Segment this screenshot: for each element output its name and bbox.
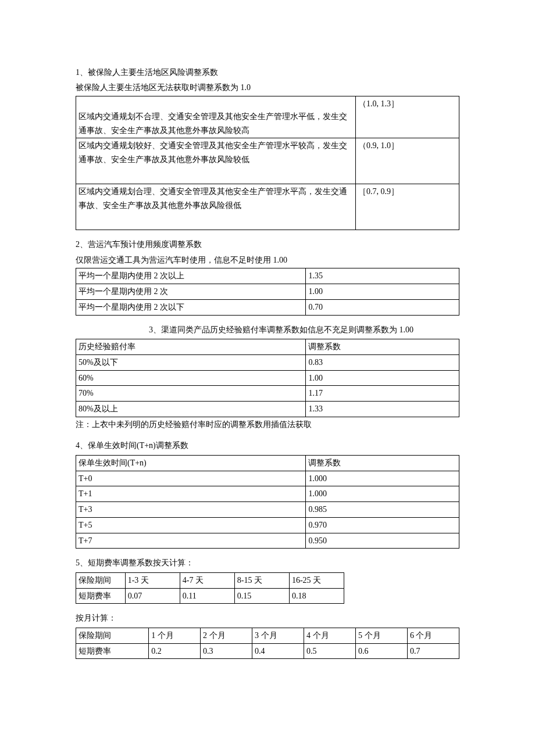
cell-col1: T+3 [76, 502, 306, 518]
cell-col2: 1.00 [306, 370, 459, 386]
cell-col2: 1.000 [306, 471, 459, 486]
header-cell: 5 个月 [356, 628, 408, 643]
cell-value: 0.2 [149, 643, 201, 659]
cell-value: 0.5 [304, 643, 356, 659]
table-region-risk: 区域内交通规划不合理、交通安全管理及其他安全生产管理水平低，发生交通事故、安全生… [76, 96, 459, 231]
cell-col2: 0.970 [306, 517, 459, 533]
cell-desc: 区域内交通规划不合理、交通安全管理及其他安全生产管理水平低，发生交通事故、安全生… [79, 112, 347, 135]
header-cell: 6 个月 [407, 628, 459, 643]
cell-col1: T+7 [76, 533, 306, 549]
section5-title: 5、短期费率调整系数按天计算： [76, 557, 459, 569]
table-row: 保险期间 1-3 天 4-7 天 8-15 天 16-25 天 [76, 572, 344, 588]
header-col2: 调整系数 [306, 455, 459, 471]
cell-col1: 70% [76, 386, 306, 402]
section1-subtitle: 被保险人主要生活地区无法获取时调整系数为 1.0 [76, 81, 459, 94]
table-row: T+5 0.970 [76, 517, 459, 533]
table-row: 区域内交通规划较好、交通安全管理及其他安全生产管理水平较高，发生交通事故、安全生… [76, 138, 459, 184]
section3-title: 3、渠道同类产品历史经验赔付率调整系数如信息不充足则调整系数为 1.00 [76, 324, 459, 336]
header-cell: 1-3 天 [125, 572, 180, 588]
cell-value: ［0.7, 0.9］ [356, 184, 459, 230]
cell-value: 0.6 [356, 643, 408, 659]
header-col1: 历史经验赔付率 [76, 339, 306, 354]
cell-col1: 50%及以下 [76, 354, 306, 370]
table-row: 50%及以下 0.83 [76, 354, 459, 370]
table-row: 区域内交通规划合理、交通安全管理及其他安全生产管理水平高，发生交通事故、安全生产… [76, 184, 459, 230]
header-col2: 调整系数 [306, 339, 459, 354]
cell-value: 0.18 [289, 588, 344, 604]
header-cell: 2 个月 [201, 628, 252, 643]
table-row: T+3 0.985 [76, 502, 459, 518]
section2-subtitle: 仅限营运交通工具为营运汽车时使用，信息不足时使用 1.00 [76, 254, 459, 267]
table-row: T+7 0.950 [76, 533, 459, 549]
cell-col2: 1.000 [306, 486, 459, 502]
cell-value: 0.3 [201, 643, 252, 659]
table-row: 历史经验赔付率 调整系数 [76, 339, 459, 354]
header-cell: 1 个月 [149, 628, 201, 643]
table-row: 平均一个星期内使用 2 次以下 0.70 [76, 299, 459, 315]
header-cell: 4 个月 [304, 628, 356, 643]
table-short-rate-months: 保险期间 1 个月 2 个月 3 个月 4 个月 5 个月 6 个月 短期费率 … [76, 628, 459, 660]
cell-value: 0.7 [407, 643, 459, 659]
cell-col1: 60% [76, 370, 306, 386]
cell-desc: 平均一个星期内使用 2 次 [76, 284, 306, 299]
header-cell: 保险期间 [76, 628, 149, 643]
cell-value: 0.11 [180, 588, 234, 604]
table-row: 短期费率 0.2 0.3 0.4 0.5 0.6 0.7 [76, 643, 459, 659]
section2-title: 2、营运汽车预计使用频度调整系数 [76, 238, 459, 251]
cell-value: 1.00 [306, 284, 459, 299]
cell-desc: 平均一个星期内使用 2 次以下 [76, 299, 306, 315]
table-row: 平均一个星期内使用 2 次以上 1.35 [76, 268, 459, 284]
table-short-rate-days: 保险期间 1-3 天 4-7 天 8-15 天 16-25 天 短期费率 0.0… [76, 572, 344, 604]
section1-title: 1、被保险人主要生活地区风险调整系数 [76, 66, 459, 79]
table-effective-time: 保单生效时间(T+n) 调整系数 T+0 1.000 T+1 1.000 T+3… [76, 455, 459, 549]
section4-title: 4、保单生效时间(T+n)调整系数 [76, 439, 459, 452]
cell-col1: 80%及以上 [76, 402, 306, 417]
cell-col1: T+5 [76, 517, 306, 533]
cell-col1: T+1 [76, 486, 306, 502]
cell-value: （0.9, 1.0］ [356, 138, 459, 184]
cell-value: （1.0, 1.3］ [356, 96, 459, 138]
header-cell: 4-7 天 [180, 572, 234, 588]
table-row: T+1 1.000 [76, 486, 459, 502]
table-loss-ratio: 历史经验赔付率 调整系数 50%及以下 0.83 60% 1.00 70% 1.… [76, 339, 459, 417]
header-cell: 保险期间 [76, 572, 126, 588]
header-col1: 保单生效时间(T+n) [76, 455, 306, 471]
cell-col1: T+0 [76, 471, 306, 486]
row-label: 短期费率 [76, 588, 126, 604]
table-row: 保单生效时间(T+n) 调整系数 [76, 455, 459, 471]
table-row: T+0 1.000 [76, 471, 459, 486]
cell-col2: 1.17 [306, 386, 459, 402]
cell-desc: 区域内交通规划合理、交通安全管理及其他安全生产管理水平高，发生交通事故、安全生产… [79, 187, 347, 210]
cell-value: 1.35 [306, 268, 459, 284]
table-row: 平均一个星期内使用 2 次 1.00 [76, 284, 459, 299]
table-row: 保险期间 1 个月 2 个月 3 个月 4 个月 5 个月 6 个月 [76, 628, 459, 643]
cell-value: 0.15 [234, 588, 289, 604]
table-vehicle-frequency: 平均一个星期内使用 2 次以上 1.35 平均一个星期内使用 2 次 1.00 … [76, 268, 459, 315]
cell-value: 0.4 [252, 643, 304, 659]
cell-value: 0.70 [306, 299, 459, 315]
table-row: 70% 1.17 [76, 386, 459, 402]
cell-value: 0.07 [125, 588, 180, 604]
table-row: 60% 1.00 [76, 370, 459, 386]
cell-col2: 0.985 [306, 502, 459, 518]
cell-col2: 1.33 [306, 402, 459, 417]
section3-note: 注：上衣中未列明的历史经验赔付率时应的调整系数用插值法获取 [76, 418, 459, 431]
cell-col2: 0.950 [306, 533, 459, 549]
cell-desc: 区域内交通规划较好、交通安全管理及其他安全生产管理水平较高，发生交通事故、安全生… [79, 141, 347, 164]
table-row: 80%及以上 1.33 [76, 402, 459, 417]
cell-col2: 0.83 [306, 354, 459, 370]
header-cell: 16-25 天 [289, 572, 344, 588]
header-cell: 8-15 天 [234, 572, 289, 588]
header-cell: 3 个月 [252, 628, 304, 643]
cell-desc: 平均一个星期内使用 2 次以上 [76, 268, 306, 284]
row-label: 短期费率 [76, 643, 149, 659]
section6-title: 按月计算： [76, 612, 459, 625]
table-row: 短期费率 0.07 0.11 0.15 0.18 [76, 588, 344, 604]
table-row: 区域内交通规划不合理、交通安全管理及其他安全生产管理水平低，发生交通事故、安全生… [76, 96, 459, 138]
